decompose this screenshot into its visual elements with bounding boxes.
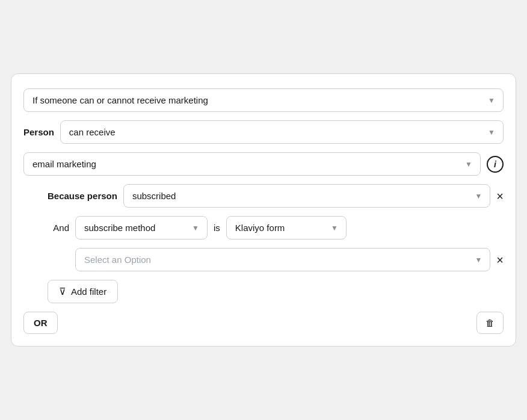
- option-select-wrapper: Select an Option ▼: [75, 248, 490, 271]
- or-button[interactable]: OR: [23, 312, 58, 334]
- main-condition-select[interactable]: If someone can or cannot receive marketi…: [23, 88, 504, 112]
- because-person-label: Because person: [48, 191, 117, 201]
- subscribe-method-select-wrapper: subscribe method ▼: [75, 216, 208, 239]
- or-label: OR: [34, 318, 48, 328]
- filter-icon: ⊽: [59, 286, 66, 297]
- person-condition-row: Person can receive ▼: [23, 120, 504, 144]
- marketing-type-select[interactable]: email marketing: [23, 152, 481, 176]
- because-person-row: Because person subscribed ▼ ×: [23, 184, 504, 208]
- delete-button[interactable]: 🗑: [476, 312, 504, 334]
- is-label: is: [214, 223, 220, 233]
- info-icon-label: i: [494, 159, 496, 169]
- and-label: And: [48, 223, 69, 233]
- close-icon[interactable]: ×: [496, 254, 504, 266]
- person-label: Person: [23, 127, 54, 137]
- trash-icon: 🗑: [485, 318, 495, 328]
- and-method-row: And subscribe method ▼ is Klaviyo form ▼: [23, 216, 504, 239]
- main-condition-select-wrapper: If someone can or cannot receive marketi…: [23, 88, 504, 112]
- close-icon[interactable]: ×: [496, 190, 504, 202]
- subscribed-select-wrapper: subscribed ▼: [123, 184, 490, 208]
- add-filter-label: Add filter: [71, 286, 106, 297]
- klaviyo-form-select[interactable]: Klaviyo form: [226, 216, 347, 239]
- person-condition-select-wrapper: can receive ▼: [60, 120, 504, 144]
- subscribed-select[interactable]: subscribed: [123, 184, 490, 208]
- marketing-type-select-wrapper: email marketing ▼: [23, 152, 481, 176]
- option-select[interactable]: Select an Option: [75, 248, 490, 271]
- marketing-type-row: email marketing ▼ i: [23, 152, 504, 176]
- bottom-row: OR 🗑: [23, 312, 504, 334]
- info-icon[interactable]: i: [487, 156, 504, 173]
- person-condition-select[interactable]: can receive: [60, 120, 504, 144]
- main-condition-row: If someone can or cannot receive marketi…: [23, 88, 504, 112]
- add-filter-row: ⊽ Add filter: [23, 280, 504, 303]
- add-filter-button[interactable]: ⊽ Add filter: [48, 280, 118, 303]
- filter-card: If someone can or cannot receive marketi…: [11, 73, 516, 347]
- klaviyo-form-select-wrapper: Klaviyo form ▼: [226, 216, 347, 239]
- select-option-row: Select an Option ▼ ×: [23, 248, 504, 271]
- subscribe-method-select[interactable]: subscribe method: [75, 216, 208, 239]
